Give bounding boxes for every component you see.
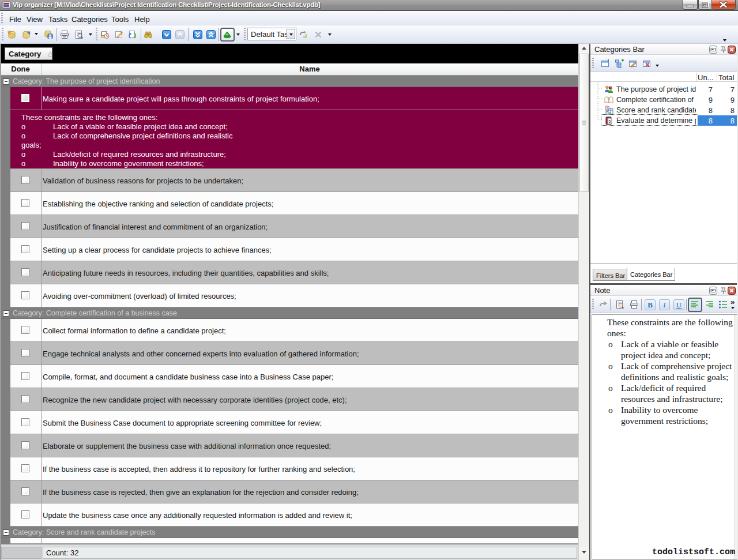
svg-text:5: 5 bbox=[609, 119, 611, 123]
